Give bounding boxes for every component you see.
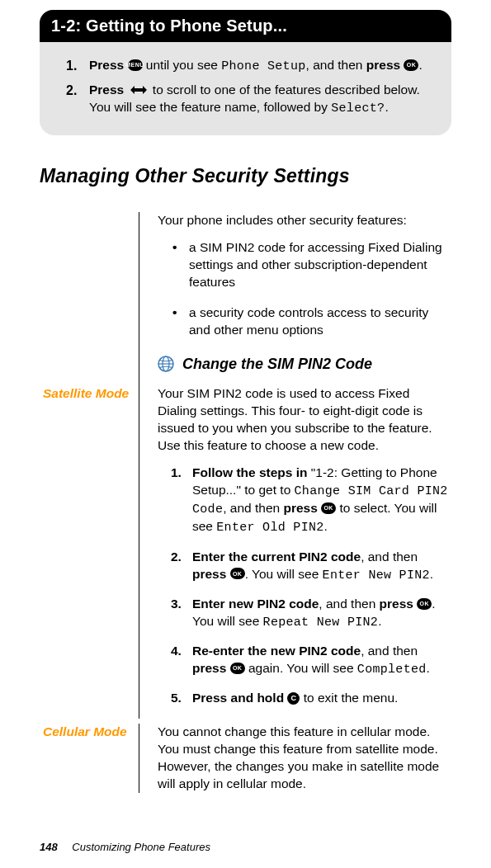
display-text: Select?: [331, 101, 385, 116]
scroll-key-icon: [128, 85, 149, 95]
bullet-text: a SIM PIN2 code for accessing Fixed Dial…: [189, 239, 448, 291]
list-item: 5. Press and hold C to exit the menu.: [171, 690, 448, 707]
chapter-name: Customizing Phone Features: [72, 841, 210, 853]
list-item: 1. Follow the steps in "1-2: Getting to …: [171, 465, 448, 537]
bold-text: Enter the current PIN2 code: [192, 550, 361, 564]
ok-key-icon: OK: [321, 502, 336, 514]
step-number: 4.: [171, 643, 192, 678]
plain-text: again. You will see: [245, 661, 357, 675]
plain-text: , and then: [306, 58, 366, 72]
bold-text: press: [192, 661, 230, 675]
plain-text: , and then: [223, 501, 283, 515]
step-number: 2.: [66, 82, 89, 117]
mode-label-cellular: Cellular Mode: [43, 724, 134, 739]
section-title: 1-2: Getting to Phone Setup...: [51, 17, 287, 35]
step-body: Enter new PIN2 code, and then press OK. …: [192, 596, 448, 631]
display-text: Completed: [357, 663, 427, 677]
mode-label-satellite: Satellite Mode: [43, 385, 134, 401]
plain-text: , and then: [319, 597, 379, 611]
bold-text: Press and hold: [192, 691, 287, 705]
procedure-step: 1. Press MENU until you see Phone Setup,…: [66, 57, 428, 75]
display-text: Repeat New PIN2: [263, 616, 379, 630]
ok-key-icon: OK: [417, 598, 432, 610]
display-text: Phone Setup: [221, 59, 305, 73]
plain-text: .: [430, 567, 433, 581]
step-body: Re-enter the new PIN2 code, and then pre…: [192, 643, 448, 678]
main-column: You cannot change this feature in cellul…: [139, 724, 451, 793]
side-column: Cellular Mode: [43, 724, 139, 793]
cellular-paragraph: You cannot change this feature in cellul…: [158, 724, 448, 793]
satellite-paragraph: Your SIM PIN2 code is used to access Fix…: [158, 385, 448, 455]
list-item: •a SIM PIN2 code for accessing Fixed Dia…: [172, 239, 448, 291]
bold-text: press: [192, 567, 230, 581]
bullet-dot: •: [172, 239, 189, 291]
step-body: Enter the current PIN2 code, and then pr…: [192, 549, 448, 584]
display-text: Enter Old PIN2: [216, 521, 323, 535]
bold-text: press: [366, 58, 404, 72]
bold-text: Follow the steps in: [192, 465, 308, 479]
plain-text: , and then: [361, 644, 418, 658]
step-body: Press and hold C to exit the menu.: [192, 690, 448, 707]
main-column: Your phone includes other security featu…: [139, 212, 451, 385]
plain-text: .: [427, 661, 430, 675]
list-item: •a security code controls access to secu…: [172, 304, 448, 339]
plain-text: . You will see: [245, 567, 323, 581]
plain-text: .: [378, 614, 381, 628]
step-number: 1.: [171, 465, 192, 537]
bold-text: press: [380, 597, 418, 611]
subheading-text: Change the SIM PIN2 Code: [182, 354, 372, 374]
section-title-bar: 1-2: Getting to Phone Setup...: [40, 10, 451, 42]
step-body: Press to scroll to one of the features d…: [89, 82, 428, 117]
step-body: Press MENU until you see Phone Setup, an…: [89, 57, 428, 75]
page-number: 148: [40, 841, 58, 853]
bold-text: Enter new PIN2 code: [192, 597, 319, 611]
step-number: 1.: [66, 57, 89, 75]
bold-text: Press: [89, 83, 128, 97]
step-number: 3.: [171, 596, 192, 631]
plain-text: .: [418, 58, 422, 72]
heading-managing-security: Managing Other Security Settings: [40, 163, 451, 189]
c-key-icon: C: [287, 692, 300, 705]
plain-text: until you see: [143, 58, 222, 72]
bullet-text: a security code controls access to secur…: [189, 304, 448, 339]
bold-text: press: [283, 501, 321, 515]
plain-text: to exit the menu.: [300, 691, 398, 705]
procedure-step: 2. Press to scroll to one of the feature…: [66, 82, 428, 117]
step-number: 5.: [171, 690, 192, 707]
bullet-dot: •: [172, 304, 189, 339]
plain-text: .: [324, 519, 328, 533]
side-column: [43, 212, 139, 385]
side-column: Satellite Mode: [43, 385, 139, 719]
display-text: Enter New PIN2: [323, 568, 430, 583]
page-footer: 148 Customizing Phone Features: [40, 840, 210, 855]
bold-text: Re-enter the new PIN2 code: [192, 644, 361, 658]
ok-key-icon: OK: [404, 59, 418, 71]
list-item: 2. Enter the current PIN2 code, and then…: [171, 549, 448, 584]
ok-key-icon: OK: [230, 663, 245, 674]
menu-key-icon: MENU: [128, 59, 143, 71]
globe-icon: [158, 356, 174, 372]
subheading-row: Change the SIM PIN2 Code: [158, 354, 448, 374]
procedure-box: 1. Press MENU until you see Phone Setup,…: [40, 42, 451, 135]
list-item: 3. Enter new PIN2 code, and then press O…: [171, 596, 448, 631]
main-column: Your SIM PIN2 code is used to access Fix…: [139, 385, 451, 719]
list-item: 4. Re-enter the new PIN2 code, and then …: [171, 643, 448, 678]
satellite-steps: 1. Follow the steps in "1-2: Getting to …: [171, 465, 448, 707]
plain-text: .: [385, 100, 388, 114]
step-number: 2.: [171, 549, 192, 584]
intro-paragraph: Your phone includes other security featu…: [158, 212, 448, 229]
ok-key-icon: OK: [230, 568, 245, 579]
bold-text: Press: [89, 58, 128, 72]
step-body: Follow the steps in "1-2: Getting to Pho…: [192, 465, 448, 537]
feature-bullet-list: •a SIM PIN2 code for accessing Fixed Dia…: [158, 239, 448, 339]
plain-text: , and then: [361, 550, 418, 564]
